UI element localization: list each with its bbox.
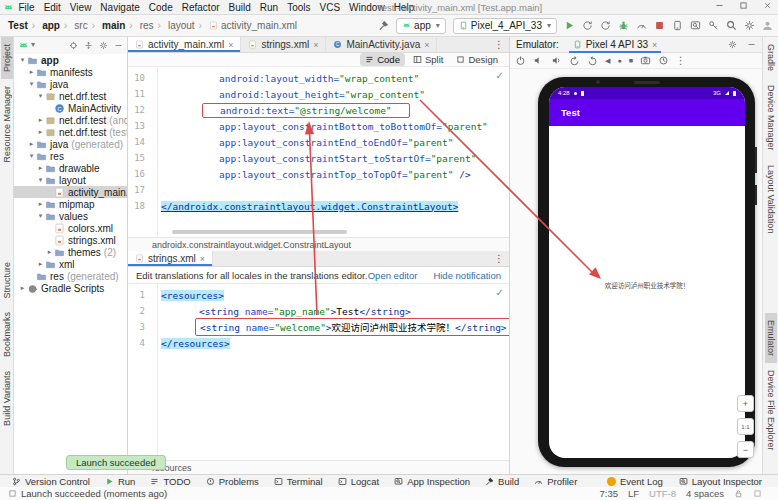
mode-code[interactable]: Code	[360, 53, 405, 66]
stripe-bookmarks[interactable]: Bookmarks	[1, 305, 13, 364]
tab-close-icon[interactable]: ×	[200, 254, 205, 264]
strings-code-editor[interactable]: 1<resources> 2<string name="app_name">Te…	[128, 284, 509, 460]
tree-item-res[interactable]: ▾res	[14, 150, 127, 162]
breadcrumb-file[interactable]: activity_main.xml	[195, 20, 297, 31]
stripe-project[interactable]: Project	[1, 37, 13, 79]
stripe-device-file-explorer[interactable]: Device File Explorer	[765, 363, 777, 458]
apply-code-changes-icon[interactable]	[600, 20, 611, 31]
tree-item-java[interactable]: ▾java	[14, 78, 127, 90]
menu-run[interactable]: Run	[255, 2, 282, 13]
minimize-icon[interactable]	[715, 1, 724, 10]
tree-item-strings-xml[interactable]: strings.xml	[14, 234, 127, 246]
menu-refactor[interactable]: Refactor	[177, 2, 224, 13]
menu-build[interactable]: Build	[224, 2, 255, 13]
lock-icon[interactable]	[734, 489, 743, 498]
tab-options-kebab-icon[interactable]: ⋮	[494, 253, 504, 264]
run-icon[interactable]	[564, 20, 575, 31]
tab-close-icon[interactable]: ×	[228, 40, 233, 50]
tab-options-kebab-icon[interactable]: ⋮	[494, 39, 504, 50]
hide-panel-icon[interactable]	[747, 40, 756, 49]
screenshot-icon[interactable]	[640, 55, 651, 66]
stripe-gradle[interactable]: Gradle	[765, 37, 777, 78]
open-editor-link[interactable]: Open editor	[368, 270, 418, 281]
panel-settings-icon[interactable]	[99, 41, 108, 50]
breadcrumb-app[interactable]: app	[28, 20, 60, 31]
tree-item-values[interactable]: ▾values	[14, 210, 127, 222]
snapshots-icon[interactable]	[658, 55, 669, 66]
rotate-right-icon[interactable]	[587, 55, 598, 66]
profiler-run-icon[interactable]	[636, 20, 647, 31]
caret-position[interactable]: 7:35	[599, 488, 618, 499]
search-icon[interactable]	[726, 20, 737, 31]
run-config-dropdown[interactable]: app	[396, 18, 446, 34]
overview-icon[interactable]: ■	[629, 57, 633, 64]
toolwin-run[interactable]: Run	[105, 476, 135, 487]
toolwin-layout-inspector[interactable]: Layout Inspector	[679, 476, 762, 487]
menu-tools[interactable]: Tools	[283, 2, 315, 13]
power-icon[interactable]	[515, 55, 526, 66]
tree-item-gradle-scripts[interactable]: ▸Gradle Scripts	[14, 282, 127, 294]
toolwin-version-control[interactable]: Version Control	[12, 476, 90, 487]
tree-item-drawable[interactable]: ▸drawable	[14, 162, 127, 174]
zoom-out-button[interactable]: −	[737, 441, 754, 458]
tab-activity-main-xml[interactable]: activity_main.xml×	[128, 37, 241, 52]
stripe-device-manager[interactable]: Device Manager	[765, 78, 777, 158]
zoom-reset-button[interactable]: 1:1	[737, 418, 754, 435]
stripe-emulator[interactable]: Emulator	[765, 313, 777, 363]
emulator-device-tab[interactable]: Pixel 4 API 33×	[569, 37, 662, 53]
tree-item-mipmap[interactable]: ▸mipmap	[14, 198, 127, 210]
toolwin-logcat[interactable]: Logcat	[338, 476, 380, 487]
menu-file[interactable]: File	[14, 2, 39, 13]
toolwin-problems[interactable]: Problems	[206, 476, 259, 487]
breadcrumb-project[interactable]: Test	[8, 20, 28, 31]
tree-item-res-generated[interactable]: res(generated)	[14, 270, 127, 282]
tree-item-xml-folder[interactable]: ▸xml	[14, 258, 127, 270]
menu-view[interactable]: View	[65, 2, 96, 13]
hide-panel-icon[interactable]	[114, 41, 123, 50]
indent-setting[interactable]: 4 spaces	[686, 488, 724, 499]
volume-up-icon[interactable]	[551, 55, 562, 66]
device-dropdown[interactable]: Pixel_4_API_33	[453, 18, 557, 34]
tab-strings-xml-bottom[interactable]: strings.xml×	[128, 251, 213, 266]
tab-close-icon[interactable]: ×	[313, 40, 318, 50]
horizontal-scrollbar[interactable]	[172, 230, 347, 234]
device-file-icon[interactable]	[690, 20, 701, 31]
avatar[interactable]	[762, 20, 773, 31]
tree-item-java-generated[interactable]: ▸java(generated)	[14, 138, 127, 150]
debug-icon[interactable]	[618, 20, 629, 31]
project-view-selector[interactable]	[18, 40, 35, 51]
breadcrumb-main[interactable]: main	[88, 20, 126, 31]
rotate-left-icon[interactable]	[569, 55, 580, 66]
mode-split[interactable]: Split	[408, 53, 448, 66]
line-ending[interactable]: LF	[628, 488, 639, 499]
emulator-settings-gear-icon[interactable]	[728, 40, 737, 49]
stripe-layout-validation[interactable]: Layout Validation	[765, 158, 777, 240]
sdk-manager-icon[interactable]	[708, 20, 719, 31]
stripe-resource-manager[interactable]: Resource Manager	[1, 79, 13, 170]
device-manager-icon[interactable]	[672, 20, 683, 31]
collapse-all-icon[interactable]	[84, 41, 93, 50]
editor-breadcrumb[interactable]: androidx.constraintlayout.widget.Constra…	[128, 237, 509, 251]
breadcrumb-src[interactable]: src	[60, 20, 88, 31]
file-encoding[interactable]: UTF-8	[649, 488, 676, 499]
mode-design[interactable]: Design	[451, 53, 503, 66]
tab-mainactivity-java[interactable]: MainActivity.java×	[326, 37, 437, 52]
menu-edit[interactable]: Edit	[39, 2, 65, 13]
toolwin-event-log[interactable]: Event Log	[607, 476, 663, 487]
breadcrumb-res[interactable]: res	[125, 20, 153, 31]
build-hammer-icon[interactable]	[378, 20, 389, 31]
tree-item-manifests[interactable]: ▸manifests	[14, 66, 127, 78]
tree-item-package-androidtest[interactable]: ▸net.drf.test(androidTest)	[14, 114, 127, 126]
tab-close-icon[interactable]: ×	[652, 40, 657, 50]
menu-vcs[interactable]: VCS	[315, 2, 345, 13]
toolwin-terminal[interactable]: Terminal	[274, 476, 323, 487]
stop-icon[interactable]	[654, 20, 665, 31]
tree-item-mainactivity[interactable]: MainActivity	[14, 102, 127, 114]
stripe-structure[interactable]: Structure	[1, 255, 13, 306]
toolwin-build[interactable]: Build	[485, 476, 519, 487]
tree-item-colors-xml[interactable]: colors.xml	[14, 222, 127, 234]
maximize-icon[interactable]	[739, 1, 748, 10]
apply-changes-icon[interactable]	[582, 20, 593, 31]
menu-code[interactable]: Code	[144, 2, 177, 13]
home-icon[interactable]: ●	[617, 57, 621, 64]
